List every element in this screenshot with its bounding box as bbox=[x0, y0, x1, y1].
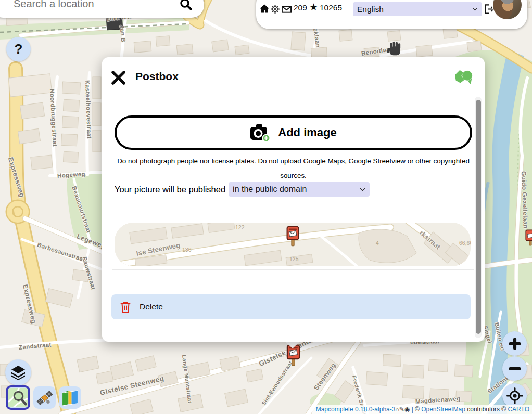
language-select[interactable]: English bbox=[353, 2, 482, 16]
attribution-icons: ⌂✎◉ bbox=[395, 406, 410, 413]
geolocate-button[interactable] bbox=[502, 383, 527, 408]
delete-label: Delete bbox=[140, 302, 163, 312]
folded-map-icon bbox=[61, 389, 79, 406]
crosshair-location-icon bbox=[506, 387, 523, 404]
license-row: Your picture will be published in the pu… bbox=[115, 182, 370, 197]
help-label: ? bbox=[15, 41, 23, 57]
chevron-down-icon bbox=[472, 7, 478, 11]
app-window: Dirk Martensstraat Jan B cklaan Benoitla… bbox=[0, 0, 532, 414]
dialog-divider bbox=[112, 217, 474, 217]
theme-button-osm[interactable] bbox=[6, 385, 30, 410]
user-panel: Pieter Vander Vennet 209 ★ 10265 English bbox=[256, 0, 527, 29]
zoom-in-button[interactable] bbox=[502, 331, 527, 356]
message-count: 209 bbox=[294, 3, 307, 12]
attribution-bar: Mapcomplete 0.18.0-alpha-3⌂✎◉ | © OpenSt… bbox=[312, 405, 532, 414]
postbox-marker-edge[interactable] bbox=[525, 229, 532, 246]
add-image-button[interactable]: Add image bbox=[115, 115, 472, 150]
help-button[interactable]: ? bbox=[6, 37, 31, 61]
feature-minimap[interactable]: lse Steenweg rkstraat 122 136 125 4 66;6… bbox=[115, 223, 471, 266]
add-image-label: Add image bbox=[278, 126, 336, 139]
contributors-text: contributors © bbox=[465, 406, 508, 413]
home-icon[interactable] bbox=[259, 4, 270, 14]
background-layers-button[interactable] bbox=[5, 359, 31, 385]
search-input[interactable] bbox=[12, 0, 171, 10]
dialog-header-divider bbox=[102, 95, 485, 95]
mapcomplete-logo-icon bbox=[453, 69, 473, 88]
camera-plus-icon bbox=[250, 124, 271, 142]
license-value: in the public domain bbox=[233, 185, 307, 194]
close-icon[interactable] bbox=[111, 71, 125, 85]
license-prefix: Your picture will be published bbox=[115, 185, 225, 195]
delete-button[interactable]: Delete bbox=[111, 294, 471, 319]
dialog-scrollbar-thumb[interactable] bbox=[476, 100, 481, 334]
image-upload-note: Do not photograph people nor license pla… bbox=[117, 154, 470, 183]
search-bar bbox=[0, 0, 204, 18]
license-select[interactable]: in the public domain bbox=[229, 182, 370, 197]
house-number: 136 bbox=[182, 247, 192, 253]
postbox-marker bbox=[286, 226, 299, 247]
house-number: 66;66 bbox=[459, 240, 471, 246]
plus-icon bbox=[507, 336, 523, 352]
carto-link[interactable]: CARTO bbox=[508, 406, 529, 413]
minus-icon bbox=[507, 361, 523, 377]
dialog-divider bbox=[112, 269, 474, 270]
dialog-scrollbar-track bbox=[475, 97, 482, 338]
house-number: 4 bbox=[376, 240, 379, 246]
pan-hand-cursor bbox=[386, 40, 403, 57]
trash-icon bbox=[120, 300, 131, 314]
theme-button-satellite[interactable] bbox=[33, 386, 56, 409]
layers-icon bbox=[10, 365, 26, 380]
attribution-separator: | © bbox=[410, 406, 421, 413]
dialog-title: Postbox bbox=[135, 70, 179, 83]
house-number: 125 bbox=[289, 256, 299, 262]
zoom-out-button[interactable] bbox=[502, 356, 527, 381]
theme-button-map[interactable] bbox=[59, 386, 81, 409]
language-value: English bbox=[357, 5, 384, 14]
house-number: 122 bbox=[235, 224, 245, 230]
mapcomplete-version-link[interactable]: Mapcomplete 0.18.0-alpha-3 bbox=[316, 406, 396, 413]
star-count: 10265 bbox=[320, 3, 342, 12]
avatar[interactable] bbox=[493, 0, 522, 19]
satellite-icon bbox=[36, 389, 54, 407]
osm-link[interactable]: OpenStreetMap bbox=[421, 406, 465, 413]
chevron-down-icon bbox=[360, 188, 365, 191]
postbox-dialog: Postbox Add image Do not photograph peop… bbox=[102, 57, 485, 342]
osm-map-magnifier-icon bbox=[8, 388, 28, 407]
settings-gear-icon[interactable] bbox=[271, 5, 280, 14]
messages-icon[interactable] bbox=[282, 6, 292, 13]
search-icon[interactable] bbox=[179, 0, 193, 11]
star-icon: ★ bbox=[309, 1, 318, 13]
